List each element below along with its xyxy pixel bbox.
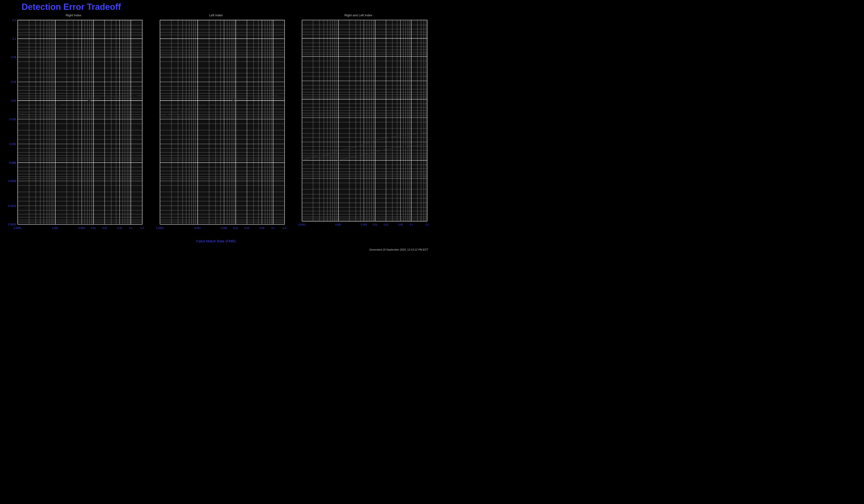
svg-text:0.0002: 0.0002 <box>8 204 16 207</box>
svg-text:0.2: 0.2 <box>12 19 16 22</box>
svg-text:0.05: 0.05 <box>260 227 264 229</box>
svg-text:0.01: 0.01 <box>373 224 377 226</box>
chart-left-index: Left Index <box>145 13 287 234</box>
chart-right-and-left-index: Right and Left Index <box>287 13 430 234</box>
svg-text:0.05: 0.05 <box>117 227 122 229</box>
svg-text:0.001: 0.001 <box>52 227 59 229</box>
svg-text:0.2: 0.2 <box>283 227 287 229</box>
svg-text:0.005: 0.005 <box>79 227 85 229</box>
svg-rect-205 <box>302 20 427 221</box>
svg-text:0.001: 0.001 <box>194 227 201 229</box>
svg-text:0.01: 0.01 <box>91 227 96 229</box>
svg-text:0.0001: 0.0001 <box>8 223 16 226</box>
svg-text:0.02: 0.02 <box>384 224 388 226</box>
svg-text:0.1: 0.1 <box>272 227 275 229</box>
footer-text: Generated 18 September 2024, 12:14:12 PM… <box>369 248 428 251</box>
x-axis-label: False Match Rate (FMR) <box>0 239 432 243</box>
svg-rect-1 <box>18 20 142 224</box>
page-title: Detection Error Tradeoff <box>0 0 432 13</box>
svg-text:0.02: 0.02 <box>102 227 107 229</box>
svg-text:0.0001: 0.0001 <box>298 224 306 226</box>
chart-right-index: Right Index <box>2 13 145 234</box>
svg-text:0.2: 0.2 <box>425 224 429 226</box>
svg-text:0.0005: 0.0005 <box>8 179 16 182</box>
svg-rect-109 <box>160 20 285 224</box>
svg-text:0.0001: 0.0001 <box>156 227 164 229</box>
svg-text:0.1: 0.1 <box>129 227 133 229</box>
svg-text:0.05: 0.05 <box>11 56 16 59</box>
svg-text:0.005: 0.005 <box>361 224 367 226</box>
svg-text:0.001: 0.001 <box>335 224 341 226</box>
svg-text:0.2: 0.2 <box>141 227 144 229</box>
svg-text:0.05: 0.05 <box>398 224 403 226</box>
chart-title-right-and-left-index: Right and Left Index <box>344 13 372 17</box>
svg-text:0.02: 0.02 <box>244 227 250 229</box>
chart-title-right-index: Right Index <box>66 13 82 17</box>
svg-text:0.1: 0.1 <box>409 224 413 226</box>
svg-text:0.01: 0.01 <box>233 227 238 229</box>
svg-text:0.01: 0.01 <box>11 99 16 102</box>
svg-text:0.0001: 0.0001 <box>14 227 21 229</box>
chart-title-left-index: Left Index <box>209 13 223 17</box>
svg-text:0.1: 0.1 <box>12 37 16 40</box>
svg-text:0.005: 0.005 <box>221 227 228 229</box>
svg-text:0.005: 0.005 <box>9 118 16 121</box>
svg-text:0.02: 0.02 <box>11 80 16 83</box>
svg-text:0.001: 0.001 <box>9 161 16 164</box>
svg-text:0.002: 0.002 <box>9 142 16 145</box>
